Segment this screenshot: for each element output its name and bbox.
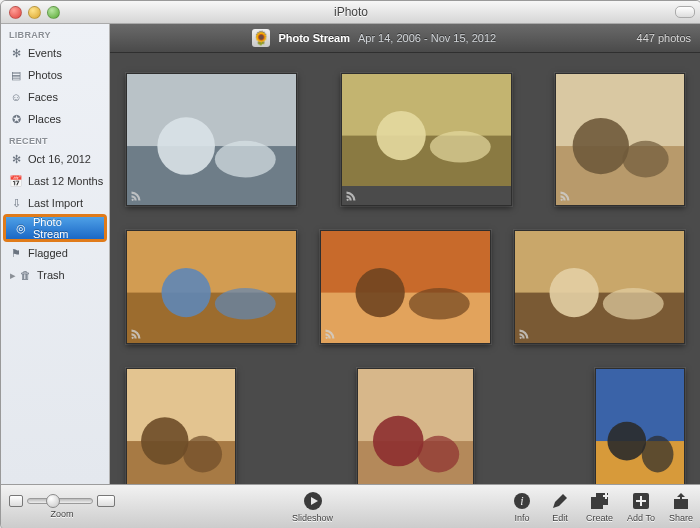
- info-icon: i: [510, 491, 534, 511]
- photo-grid[interactable]: [110, 53, 700, 484]
- rss-icon: [559, 190, 571, 202]
- rss-icon: [130, 190, 142, 202]
- sidebar-item-date[interactable]: ✻ Oct 16, 2012: [1, 148, 109, 170]
- svg-point-27: [183, 436, 222, 473]
- sidebar-item-label: Photo Stream: [33, 216, 100, 240]
- chevron-right-icon: ▸: [9, 269, 17, 282]
- info-button[interactable]: i Info: [510, 491, 534, 523]
- svg-point-30: [373, 416, 424, 467]
- sidebar-item-places[interactable]: ✪ Places: [1, 108, 109, 130]
- window-title: iPhoto: [1, 5, 700, 19]
- flag-icon: ⚑: [9, 246, 23, 260]
- svg-point-6: [376, 111, 425, 160]
- sidebar-item-lastimport[interactable]: ⇩ Last Import: [1, 192, 109, 214]
- photo-thumbnail[interactable]: [357, 368, 474, 484]
- svg-point-11: [623, 141, 669, 178]
- page-title: Photo Stream: [278, 32, 350, 44]
- sidebar-item-trash[interactable]: ▸ 🗑 Trash: [1, 264, 109, 286]
- sidebar-item-label: Faces: [28, 91, 58, 103]
- addto-button[interactable]: Add To: [627, 491, 655, 523]
- create-label: Create: [586, 513, 613, 523]
- sidebar-item-events[interactable]: ✻ Events: [1, 42, 109, 64]
- svg-point-2: [157, 117, 215, 175]
- photo-thumbnail[interactable]: [341, 73, 512, 206]
- create-icon: [588, 491, 612, 511]
- bottom-toolbar: Zoom Slideshow i Info Edit: [1, 484, 700, 528]
- slideshow-label: Slideshow: [292, 513, 333, 523]
- svg-point-31: [418, 436, 459, 473]
- right-tool-group: i Info Edit Create Add To: [510, 491, 693, 523]
- places-icon: ✪: [9, 112, 23, 126]
- sidebar-item-faces[interactable]: ☺ Faces: [1, 86, 109, 108]
- info-label: Info: [515, 513, 530, 523]
- edit-label: Edit: [552, 513, 568, 523]
- selection-highlight: ◎ Photo Stream: [3, 214, 107, 242]
- sidebar-item-label: Photos: [28, 69, 62, 81]
- svg-point-22: [550, 268, 599, 317]
- fullscreen-button[interactable]: [675, 6, 695, 18]
- share-icon: [669, 491, 693, 511]
- grid-row: [126, 368, 685, 484]
- zoom-in-button[interactable]: [97, 495, 115, 507]
- svg-point-15: [215, 288, 276, 319]
- svg-point-35: [642, 436, 674, 473]
- share-button[interactable]: Share: [669, 491, 693, 523]
- svg-point-3: [215, 141, 276, 178]
- sidebar-item-last12months[interactable]: 📅 Last 12 Months: [1, 170, 109, 192]
- svg-text:i: i: [520, 494, 523, 508]
- event-icon: ✻: [9, 152, 23, 166]
- zoom-out-button[interactable]: [9, 495, 23, 507]
- sidebar-item-photos[interactable]: ▤ Photos: [1, 64, 109, 86]
- edit-button[interactable]: Edit: [548, 491, 572, 523]
- sidebar-item-photostream[interactable]: ◎ Photo Stream: [6, 217, 104, 239]
- svg-point-10: [573, 118, 629, 174]
- zoom-slider[interactable]: [27, 498, 93, 504]
- faces-icon: ☺: [9, 90, 23, 104]
- svg-rect-43: [605, 493, 607, 499]
- zoom-icon[interactable]: [47, 6, 60, 19]
- date-range: Apr 14, 2006 - Nov 15, 2012: [358, 32, 496, 44]
- svg-point-19: [409, 288, 470, 319]
- photo-thumbnail[interactable]: [320, 230, 491, 344]
- svg-point-23: [603, 288, 664, 319]
- rss-icon: [324, 328, 336, 340]
- svg-point-18: [356, 268, 405, 317]
- svg-point-7: [429, 131, 490, 162]
- photo-thumbnail[interactable]: [514, 230, 685, 344]
- sidebar-group-recent: RECENT: [1, 130, 109, 148]
- photo-thumbnail[interactable]: [126, 230, 297, 344]
- rss-icon: [130, 328, 142, 340]
- photo-thumbnail[interactable]: [555, 73, 685, 206]
- slideshow-button[interactable]: Slideshow: [292, 491, 333, 523]
- plus-icon: [629, 491, 653, 511]
- zoom-control: Zoom: [9, 495, 115, 519]
- content-header: 🌻 Photo Stream Apr 14, 2006 - Nov 15, 20…: [110, 24, 700, 53]
- pencil-icon: [548, 491, 572, 511]
- photo-thumbnail[interactable]: [126, 368, 236, 484]
- sidebar-group-library: LIBRARY: [1, 24, 109, 42]
- photostream-icon: ◎: [14, 221, 28, 235]
- sunflower-icon: 🌻: [252, 29, 270, 47]
- sidebar-item-flagged[interactable]: ⚑ Flagged: [1, 242, 109, 264]
- svg-point-26: [141, 417, 189, 465]
- share-label: Share: [669, 513, 693, 523]
- addto-label: Add To: [627, 513, 655, 523]
- minimize-icon[interactable]: [28, 6, 41, 19]
- sidebar-item-label: Places: [28, 113, 61, 125]
- sidebar-item-label: Trash: [37, 269, 65, 281]
- svg-point-34: [607, 422, 646, 461]
- content-area: 🌻 Photo Stream Apr 14, 2006 - Nov 15, 20…: [110, 24, 700, 484]
- events-icon: ✻: [9, 46, 23, 60]
- sidebar-item-label: Oct 16, 2012: [28, 153, 91, 165]
- close-icon[interactable]: [9, 6, 22, 19]
- slider-knob[interactable]: [46, 494, 60, 508]
- traffic-lights: [9, 6, 60, 19]
- zoom-label: Zoom: [50, 509, 73, 519]
- photo-count: 447 photos: [637, 32, 691, 44]
- create-button[interactable]: Create: [586, 491, 613, 523]
- photo-thumbnail[interactable]: [595, 368, 685, 484]
- photo-thumbnail[interactable]: [126, 73, 297, 206]
- titlebar: iPhoto: [1, 1, 700, 24]
- trash-icon: 🗑: [18, 268, 32, 282]
- sidebar-item-label: Events: [28, 47, 62, 59]
